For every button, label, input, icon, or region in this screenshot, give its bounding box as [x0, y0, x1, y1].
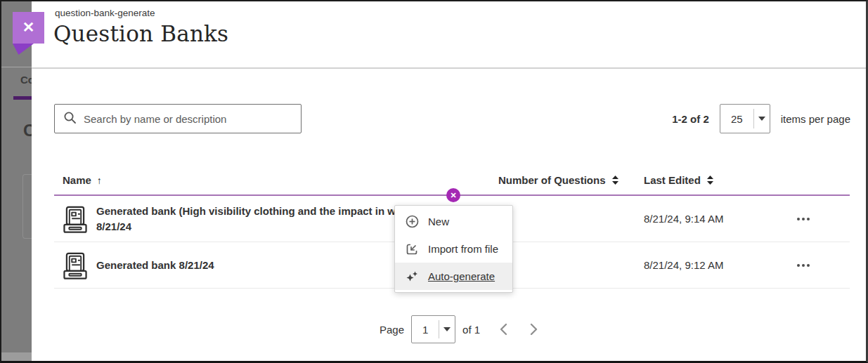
last-edited-value: 8/21/24, 9:14 AM — [644, 213, 723, 225]
menu-item-label: Auto-generate — [428, 270, 495, 282]
column-label: Last Edited — [644, 174, 701, 186]
search-icon — [63, 111, 77, 127]
page-title: Question Banks — [53, 21, 228, 46]
plus-circle-icon — [405, 215, 419, 228]
close-icon: ✕ — [22, 20, 35, 34]
current-page-value: 1 — [412, 316, 439, 343]
sparkle-icon — [405, 270, 419, 283]
results-range-label: 1-2 of 2 — [672, 113, 709, 125]
page-label: Page — [380, 324, 404, 336]
column-header-last-edited[interactable]: Last Edited — [644, 174, 714, 186]
import-icon — [405, 243, 419, 256]
add-bank-context-menu: New Import from file Auto-generate — [394, 205, 513, 293]
column-header-number-of-questions[interactable]: Number of Questions — [498, 174, 619, 186]
ellipsis-icon — [797, 264, 800, 267]
next-page-button[interactable] — [526, 321, 540, 338]
menu-item-label: Import from file — [428, 243, 498, 255]
menu-item-auto-generate[interactable]: Auto-generate — [395, 263, 512, 290]
background-footer-band — [1, 352, 32, 362]
row-overflow-menu-button[interactable] — [791, 256, 816, 275]
background-active-tab-underline — [13, 96, 32, 100]
row-overflow-menu-button[interactable] — [791, 210, 816, 228]
column-header-name[interactable]: Name ↑ — [63, 174, 102, 186]
menu-item-label: New — [428, 216, 449, 227]
search-input[interactable] — [84, 113, 292, 125]
panel-header-divider — [32, 67, 866, 69]
pagination: Page 1 of 1 — [380, 315, 540, 343]
bank-name-line1: Generated bank 8/21/24 — [96, 258, 214, 273]
page-size-controls: 1-2 of 2 25 items per page — [672, 104, 850, 133]
last-edited-value: 8/21/24, 9:12 AM — [644, 259, 723, 271]
search-container — [54, 104, 302, 133]
chevron-down-icon — [439, 316, 455, 343]
close-panel-button[interactable]: ✕ — [13, 12, 44, 44]
ellipsis-icon — [797, 218, 800, 220]
items-per-page-label: items per page — [781, 113, 850, 125]
menu-item-import-from-file[interactable]: Import from file — [395, 235, 512, 263]
bank-name-link[interactable]: Generated bank 8/21/24 — [96, 258, 214, 273]
page-size-value: 25 — [720, 105, 753, 133]
menu-close-button[interactable]: ✕ — [446, 188, 460, 202]
question-bank-icon — [62, 206, 89, 237]
background-divider — [1, 67, 32, 67]
chevron-right-icon — [526, 321, 540, 338]
dimmed-background-overlay: Co C — [1, 1, 32, 361]
bank-name-line2: 8/21/24 — [96, 219, 414, 235]
question-banks-peek-panel: Co C question-bank-generate Question Ban… — [0, 0, 868, 363]
background-card-edge — [22, 174, 32, 239]
column-label: Name — [63, 174, 91, 186]
column-label: Number of Questions — [498, 174, 606, 186]
question-bank-icon — [62, 252, 89, 283]
chevron-down-icon — [754, 105, 770, 133]
menu-item-new[interactable]: New — [395, 208, 512, 235]
previous-page-button[interactable] — [497, 321, 511, 338]
bank-name-line1: Generated bank (High visibility clothing… — [96, 204, 414, 219]
sort-both-icon — [706, 176, 714, 185]
sort-ascending-icon: ↑ — [97, 175, 102, 186]
chevron-left-icon — [497, 321, 511, 338]
breadcrumb: question-bank-generate — [55, 8, 155, 18]
bank-name-link[interactable]: Generated bank (High visibility clothing… — [96, 204, 414, 235]
sort-both-icon — [611, 176, 619, 185]
page-size-select[interactable]: 25 — [720, 104, 770, 133]
page-number-select[interactable]: 1 — [411, 315, 455, 343]
close-icon: ✕ — [450, 192, 456, 199]
page-count-label: of 1 — [462, 324, 480, 336]
